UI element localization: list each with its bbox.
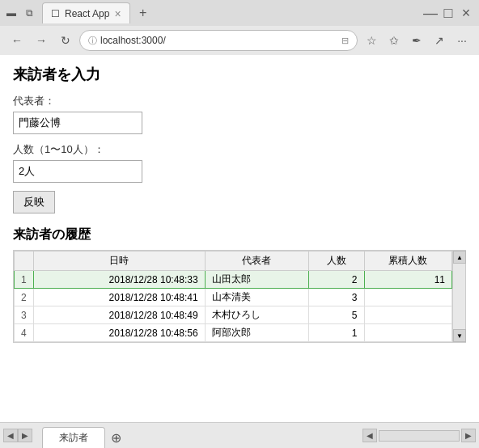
row-name: 阿部次郎 — [205, 324, 308, 342]
row-num: 1 — [15, 271, 34, 289]
sheet-tab-label: 来訪者 — [59, 431, 88, 445]
bookmark-btn[interactable]: ☆ — [361, 30, 382, 51]
col-count-header: 人数 — [309, 251, 364, 271]
window-close-os[interactable]: × — [458, 5, 474, 21]
url-text: localhost:3000/ — [100, 35, 166, 46]
table-row: 12018/12/28 10:48:33山田太郎211 — [15, 271, 452, 289]
row-total: 11 — [364, 271, 451, 289]
table-scrollbar: ▲ ▼ — [452, 251, 465, 342]
count-input[interactable] — [13, 160, 142, 183]
table-row: 32018/12/28 10:48:49木村ひろし5 — [15, 306, 452, 324]
tab-label: React App — [65, 8, 109, 19]
window-minimize-os[interactable]: — — [422, 5, 439, 21]
col-datetime-header: 日時 — [33, 251, 205, 271]
col-num-header — [15, 251, 34, 271]
visitors-table-container: 日時 代表者 人数 累積人数 12018/12/28 10:48:33山田太郎2… — [13, 250, 466, 343]
row-name: 山本清美 — [205, 289, 308, 306]
row-count: 2 — [309, 271, 364, 289]
window-minimize[interactable]: ▬ — [3, 5, 19, 21]
hscroll-right-btn[interactable]: ▶ — [461, 429, 476, 442]
row-name: 山田太郎 — [205, 271, 308, 289]
browser-tab-react[interactable]: ☐ React App × — [42, 2, 130, 23]
add-sheet-icon: ⊕ — [111, 430, 121, 446]
tab-bar: ▬ ⧉ ☐ React App × + — □ × — [0, 0, 479, 26]
row-num: 3 — [15, 306, 34, 324]
sheet-add-btn[interactable]: ⊕ — [107, 429, 125, 446]
row-count: 5 — [309, 306, 364, 324]
scroll-up-btn[interactable]: ▲ — [453, 251, 466, 264]
new-tab-button[interactable]: + — [134, 3, 153, 23]
reader-icon: ⊟ — [341, 36, 349, 46]
sheet-tab-visitors[interactable]: 来訪者 — [42, 427, 105, 448]
history-title: 来訪者の履歴 — [13, 226, 466, 243]
forward-button[interactable]: → — [31, 30, 52, 51]
table-row: 22018/12/28 10:48:41山本清美3 — [15, 289, 452, 306]
rep-input[interactable] — [13, 112, 142, 134]
table-scroll-area: 日時 代表者 人数 累積人数 12018/12/28 10:48:33山田太郎2… — [14, 251, 452, 342]
row-datetime: 2018/12/28 10:48:41 — [33, 289, 205, 306]
rep-label: 代表者： — [13, 94, 466, 108]
nav-bar: ← → ↻ ⓘ localhost:3000/ ⊟ ☆ ✩ ✒ ↗ ··· — [0, 26, 479, 55]
hscroll-track — [379, 430, 460, 442]
row-datetime: 2018/12/28 10:48:33 — [33, 271, 205, 289]
scroll-thumb — [453, 264, 465, 329]
share-btn[interactable]: ↗ — [429, 30, 450, 51]
window-maximize-os[interactable]: □ — [440, 5, 456, 21]
tab-favicon: ☐ — [51, 8, 60, 19]
row-datetime: 2018/12/28 10:48:49 — [33, 306, 205, 324]
refresh-button[interactable]: ↻ — [55, 30, 76, 51]
row-count: 3 — [309, 289, 364, 306]
lock-icon: ⓘ — [88, 35, 97, 47]
address-bar[interactable]: ⓘ localhost:3000/ ⊟ — [79, 30, 358, 51]
sheet-tab-strip: 来訪者 ⊕ — [36, 423, 359, 448]
col-name-header: 代表者 — [205, 251, 308, 271]
nav-actions: ☆ ✩ ✒ ↗ ··· — [361, 30, 473, 51]
form-section: 代表者： 人数（1〜10人）： 反映 — [13, 94, 466, 226]
table-row: 42018/12/28 10:48:56阿部次郎1 — [15, 324, 452, 342]
tab-close-btn[interactable]: × — [114, 7, 121, 20]
page-title: 来訪者を入力 — [13, 65, 466, 84]
apply-button[interactable]: 反映 — [13, 191, 55, 213]
row-total — [364, 306, 451, 324]
sheet-left-btn[interactable]: ◀ — [3, 429, 18, 442]
row-name: 木村ひろし — [205, 306, 308, 324]
back-button[interactable]: ← — [6, 30, 28, 51]
bottom-bar: ◀ ▶ 来訪者 ⊕ ◀ ▶ — [0, 422, 479, 448]
favorites-btn[interactable]: ✩ — [384, 30, 405, 51]
window-tile[interactable]: ⧉ — [21, 5, 37, 21]
hscroll-left-btn[interactable]: ◀ — [362, 429, 377, 442]
count-label: 人数（1〜10人）： — [13, 142, 466, 157]
row-total — [364, 289, 451, 306]
more-btn[interactable]: ··· — [451, 30, 473, 51]
pen-btn[interactable]: ✒ — [406, 30, 427, 51]
visitors-table: 日時 代表者 人数 累積人数 12018/12/28 10:48:33山田太郎2… — [14, 251, 452, 342]
row-num: 4 — [15, 324, 34, 342]
row-count: 1 — [309, 324, 364, 342]
sheet-right-btn[interactable]: ▶ — [18, 429, 32, 442]
row-total — [364, 324, 451, 342]
row-num: 2 — [15, 289, 34, 306]
scroll-down-btn[interactable]: ▼ — [453, 329, 466, 342]
row-datetime: 2018/12/28 10:48:56 — [33, 324, 205, 342]
page-content: 来訪者を入力 代表者： 人数（1〜10人）： 反映 来訪者の履歴 日時 代表者 … — [0, 55, 479, 422]
col-total-header: 累積人数 — [364, 251, 451, 271]
